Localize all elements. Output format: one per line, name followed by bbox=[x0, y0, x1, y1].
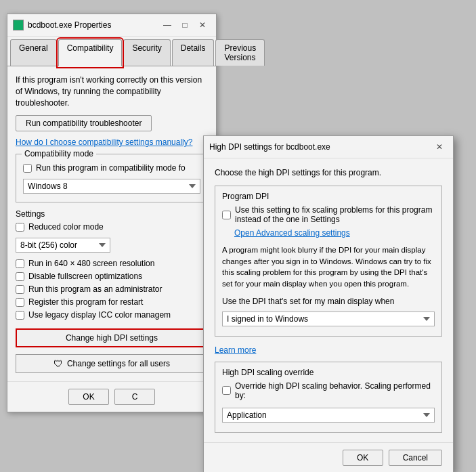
admin-label: Run this program as an administrator bbox=[28, 284, 162, 294]
compat-mode-checkbox-row: Run this program in compatibility mode f… bbox=[23, 163, 200, 173]
tab-previous-versions[interactable]: Previous Versions bbox=[215, 39, 265, 66]
dpi-title-controls: ✕ bbox=[431, 140, 448, 154]
change-dpi-button[interactable]: Change high DPI settings bbox=[16, 328, 208, 347]
tab-details[interactable]: Details bbox=[172, 39, 215, 66]
compatibility-mode-group: Compatibility mode Run this program in c… bbox=[16, 154, 208, 202]
dpi-footer: OK Cancel bbox=[204, 442, 453, 472]
tab-bar: General Compatibility Security Details P… bbox=[7, 37, 216, 66]
icc-row: Use legacy display ICC color managem bbox=[16, 310, 208, 320]
run-troubleshooter-button[interactable]: Run compatibility troubleshooter bbox=[16, 115, 152, 131]
ok-button-dpi[interactable]: OK bbox=[343, 450, 383, 466]
ok-button-main[interactable]: OK bbox=[68, 389, 109, 405]
info-text: If this program isn't working correctly … bbox=[16, 74, 208, 108]
cancel-button-main[interactable]: C bbox=[114, 389, 155, 405]
help-link[interactable]: How do I choose compatibility settings m… bbox=[16, 137, 192, 147]
program-dpi-checkbox-label: Use this setting to fix scaling problems… bbox=[235, 205, 435, 224]
dpi-dialog: High DPI settings for bcdboot.exe ✕ Choo… bbox=[203, 135, 454, 472]
restart-checkbox[interactable] bbox=[16, 298, 24, 307]
dpi-subtitle: Choose the high DPI settings for this pr… bbox=[215, 168, 442, 177]
program-dpi-box: Program DPI Use this setting to fix scal… bbox=[215, 186, 442, 337]
blurry-description: A program might look blurry if the DPI f… bbox=[222, 244, 435, 290]
restart-row: Register this program for restart bbox=[16, 297, 208, 307]
dpi-close-button[interactable]: ✕ bbox=[431, 140, 448, 154]
fullscreen-label: Disable fullscreen optimizations bbox=[28, 272, 142, 281]
program-dpi-checkbox-row: Use this setting to fix scaling problems… bbox=[222, 205, 435, 224]
settings-group: Settings Reduced color mode 8-bit (256) … bbox=[16, 209, 208, 320]
maximize-button[interactable]: □ bbox=[177, 18, 193, 32]
compat-mode-dropdown[interactable]: Windows 8 bbox=[23, 179, 200, 194]
program-dpi-checkbox[interactable] bbox=[222, 211, 231, 219]
minimize-button[interactable]: — bbox=[159, 18, 175, 32]
dpi-dropdown-label: Use the DPI that's set for my main displ… bbox=[222, 297, 435, 306]
icc-label: Use legacy display ICC color managem bbox=[28, 310, 171, 320]
settings-label: Settings bbox=[16, 209, 208, 219]
fullscreen-checkbox[interactable] bbox=[16, 272, 24, 281]
cancel-button-dpi[interactable]: Cancel bbox=[389, 450, 442, 466]
640x480-row: Run in 640 × 480 screen resolution bbox=[16, 259, 208, 268]
admin-checkbox[interactable] bbox=[16, 285, 24, 294]
compat-mode-checkbox[interactable] bbox=[23, 164, 32, 173]
title-bar-left: bcdboot.exe Properties bbox=[13, 20, 111, 30]
640x480-label: Run in 640 × 480 screen resolution bbox=[28, 259, 154, 268]
properties-window: bcdboot.exe Properties — □ ✕ General Com… bbox=[7, 14, 217, 412]
admin-row: Run this program as an administrator bbox=[16, 284, 208, 294]
scaling-override-box: High DPI scaling override Override high … bbox=[215, 362, 442, 433]
compat-group-label: Compatibility mode bbox=[22, 149, 96, 158]
reduced-color-label: Reduced color mode bbox=[28, 222, 104, 232]
icc-checkbox[interactable] bbox=[16, 311, 24, 320]
scaling-override-checkbox[interactable] bbox=[222, 386, 231, 395]
dpi-window-title: High DPI settings for bcdboot.exe bbox=[209, 142, 330, 152]
scaling-override-label: Override high DPI scaling behavior. Scal… bbox=[235, 381, 435, 400]
dpi-content: Choose the high DPI settings for this pr… bbox=[204, 158, 453, 442]
640x480-checkbox[interactable] bbox=[16, 259, 24, 268]
shield-icon: 🛡 bbox=[53, 358, 63, 369]
title-controls: — □ ✕ bbox=[159, 18, 211, 32]
color-mode-dropdown[interactable]: 8-bit (256) color bbox=[16, 238, 110, 253]
compat-mode-label: Run this program in compatibility mode f… bbox=[36, 163, 186, 173]
tab-compatibility[interactable]: Compatibility bbox=[58, 39, 123, 66]
advanced-scaling-link[interactable]: Open Advanced scaling settings bbox=[234, 228, 350, 238]
tab-general[interactable]: General bbox=[10, 39, 57, 66]
main-footer: OK C bbox=[7, 381, 216, 412]
restart-label: Register this program for restart bbox=[28, 297, 143, 307]
scaling-override-title: High DPI scaling override bbox=[222, 368, 435, 377]
dpi-title-bar: High DPI settings for bcdboot.exe ✕ bbox=[204, 136, 453, 158]
dpi-title-bar-left: High DPI settings for bcdboot.exe bbox=[209, 142, 330, 152]
title-bar: bcdboot.exe Properties — □ ✕ bbox=[7, 14, 216, 37]
tab-security[interactable]: Security bbox=[123, 39, 170, 66]
scaling-performed-dropdown[interactable]: Application bbox=[222, 408, 435, 423]
dpi-when-dropdown[interactable]: I signed in to Windows bbox=[222, 312, 435, 326]
program-dpi-title: Program DPI bbox=[222, 192, 435, 201]
app-icon bbox=[13, 20, 24, 30]
fullscreen-row: Disable fullscreen optimizations bbox=[16, 272, 208, 281]
tab-content: If this program isn't working correctly … bbox=[7, 66, 216, 381]
reduced-color-checkbox[interactable] bbox=[16, 223, 24, 232]
close-button[interactable]: ✕ bbox=[194, 18, 211, 32]
window-title: bcdboot.exe Properties bbox=[28, 20, 111, 30]
learn-more-link[interactable]: Learn more bbox=[215, 345, 256, 355]
change-settings-label: Change settings for all users bbox=[67, 359, 170, 368]
reduced-color-row: Reduced color mode bbox=[16, 222, 208, 232]
change-settings-button[interactable]: 🛡 Change settings for all users bbox=[16, 354, 208, 373]
scaling-override-checkbox-row: Override high DPI scaling behavior. Scal… bbox=[222, 381, 435, 400]
